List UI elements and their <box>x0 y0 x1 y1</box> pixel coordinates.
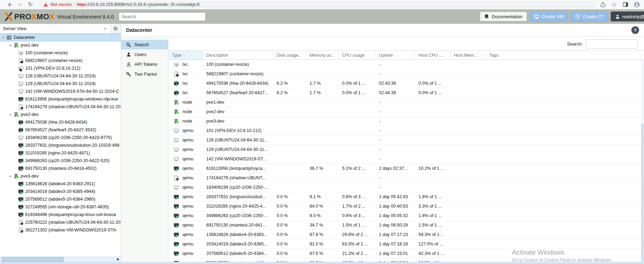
browser-avatar[interactable] <box>634 2 640 8</box>
type-label: qemu <box>182 242 193 246</box>
grid-vertical-scrollbar[interactable] <box>641 60 644 264</box>
scroll-right-arrow[interactable]: ▶ <box>117 257 119 261</box>
table-row[interactable]: qemu207569512 (labdev5-20-6384...0.0 %87… <box>169 249 644 258</box>
table-row[interactable]: qemu616113956 (testquanlytruyca...36.7 %… <box>169 164 644 173</box>
tree-item-382271302[interactable]: 382271302 (shadow-VM-WINDOWS2019-STA- <box>0 226 121 234</box>
tree-item-207569512[interactable]: 207569512 (labdev5-20-6384-2960) <box>0 195 121 203</box>
column-header-type[interactable]: Type↑ <box>169 51 203 60</box>
tree-item-619348496[interactable]: 619348496 (testquanlytruycap-linux-ssh-k… <box>0 211 121 218</box>
documentation-button[interactable]: Documentation <box>480 12 527 21</box>
tree-item-327249555[interactable]: 327249555 (vm-storage-util-20-6387-4635) <box>0 203 121 211</box>
table-row[interactable]: nodepve2-dev- <box>169 107 644 117</box>
table-row[interactable]: qemu174164279 (shadow-UBUNT...- <box>169 173 644 183</box>
cell-memory <box>306 98 339 107</box>
reload-icon[interactable]: ↻ <box>25 2 36 7</box>
tree-item-183406239[interactable]: 183406239 (cp20-1036-2250-20-6423-9775) <box>0 134 121 141</box>
chevron-down-icon[interactable] <box>1 36 6 40</box>
tree-horizontal-scrollbar[interactable]: ▶ <box>0 256 120 262</box>
qemu-template-icon <box>174 175 179 181</box>
table-row[interactable]: lxc494175036 (hha-20-6428-8434)6.2 %1.7 … <box>169 79 644 88</box>
table-row[interactable]: nodepve1-dev- <box>169 98 644 107</box>
table-row[interactable]: qemu128 (UBUNTU24.04-64-30-11...- <box>169 136 644 145</box>
tree-item-label: 128 (UBUNTU24.04-64-30-11-2024) <box>25 74 96 78</box>
tree-item-225760222[interactable]: 225760222 (shadow-UBUNTU24.04-64-30-11-2… <box>0 218 121 226</box>
view-selector[interactable]: Server View <box>0 24 110 33</box>
column-header-memory-us[interactable]: Memory us... <box>306 51 339 60</box>
column-header-cpu-usage[interactable]: CPU usage <box>339 51 376 60</box>
qemu-stopped-icon <box>18 81 24 86</box>
column-header-uptime[interactable]: Uptime <box>376 51 415 60</box>
tree-settings-button[interactable]: ⚙ <box>110 24 121 33</box>
page-horizontal-scrollbar[interactable] <box>0 262 644 264</box>
chevron-down-icon[interactable] <box>8 113 13 117</box>
table-row[interactable]: qemu135618628 (labdev4-20-6383...0.0 %87… <box>169 230 644 239</box>
table-row[interactable]: qemu183406239 (cp20-1036-2250-...- <box>169 183 644 192</box>
help-icon[interactable]: ? <box>631 26 639 34</box>
qemu-running-icon <box>18 151 24 156</box>
table-row[interactable]: qemu691750130 (miantest-20-641...0.0 %34… <box>169 221 644 230</box>
table-row[interactable]: qemu142 (VM-WINDOWS2019-ST...- <box>169 154 644 164</box>
tree-item-129[interactable]: 129 (UBUNTU24.04-64-30-11-2024) <box>0 80 121 88</box>
table-row[interactable]: lxc588219807 (container-resize)- <box>169 69 644 79</box>
tree-item-pve1-dev[interactable]: pve1-dev <box>0 41 121 49</box>
sidebar-item-search[interactable]: Search <box>121 40 168 49</box>
bookmark-star-icon[interactable]: ☆ <box>611 1 617 8</box>
chevron-down-icon[interactable] <box>8 43 13 47</box>
column-header-disk-usage[interactable]: Disk usage... <box>273 51 306 60</box>
table-row[interactable]: lxc100 (container-resize)- <box>169 60 644 69</box>
tree-item-691750130[interactable]: 691750130 (miantest-20-6418-4502) <box>0 165 121 172</box>
user-menu-button[interactable]: readonly@ <box>611 12 644 21</box>
tree-item-616113956[interactable]: 616113956 (testquanlytruycap-windows-rdp… <box>0 95 121 103</box>
tree-item-283377631[interactable]: 283377631 (longvancloudsolution-20-10329… <box>0 141 121 149</box>
tree-item-datacenter[interactable]: Datacenter <box>0 34 121 41</box>
tree-item-567654527[interactable]: 567654527 (fearfearf-20-6427-3532) <box>0 126 121 134</box>
back-icon[interactable] <box>4 2 15 8</box>
column-header-host-mem[interactable]: Host Mem... <box>451 51 486 60</box>
grid-search-input[interactable] <box>586 39 638 49</box>
scrollbar-thumb[interactable] <box>641 124 644 264</box>
tree-item-494175036[interactable]: 494175036 (hha-20-6428-8434) <box>0 118 121 126</box>
forward-icon[interactable] <box>15 2 25 8</box>
table-row[interactable]: qemu349986263 (cp20-1036-2250-...0.0 %9.… <box>169 211 644 221</box>
table-row[interactable]: qemu203414019 (labdev3-20-6385...0.0 %91… <box>169 239 644 249</box>
sidebar-item-users[interactable]: Users <box>121 50 168 59</box>
table-row[interactable]: lxc567654527 (fearfearf-20-6427...6.2 %1… <box>169 88 644 98</box>
address-bar[interactable]: Not secure https://10.8.10.225:8006/#v1:… <box>39 1 595 8</box>
cell-cpu: 0.0% of 1 ... <box>339 79 376 88</box>
tree-item-349986263[interactable]: 349986263 (cp20-1036-2250-20-6422-520) <box>0 157 121 165</box>
sidebar-item-api-tokens[interactable]: API Tokens <box>121 60 168 69</box>
tree-item-pve3-dev[interactable]: pve3-dev <box>0 172 121 180</box>
create-ct-button[interactable]: Create CT <box>570 12 608 21</box>
side-panel-icon[interactable] <box>623 2 628 7</box>
chevron-down-icon[interactable] <box>8 174 13 178</box>
column-header-tags[interactable]: Tags <box>486 51 641 60</box>
tree-item-pve2-dev[interactable]: pve2-dev <box>0 111 121 118</box>
column-header-host-cpu[interactable]: Host CPU ... <box>415 51 451 60</box>
tree-item-101[interactable]: 101 (VPN-DEV-10.8.10.212) <box>0 64 121 72</box>
cell-disk: 0.0 % <box>273 192 306 201</box>
cell-type: qemu <box>169 239 203 249</box>
table-row[interactable]: qemu101 (VPN-DEV-10.8.10.212)- <box>169 126 644 136</box>
column-header-description[interactable]: Description <box>203 51 273 60</box>
user-icon <box>615 14 620 19</box>
tree-item-588219807[interactable]: 588219807 (container-resize) <box>0 57 121 64</box>
tree-item-142[interactable]: 142 (VM-WINDOWS2019-STA-64-50-11-2024-C <box>0 88 121 95</box>
table-row[interactable]: qemu283377631 (longvancloudsol...0.0 %9.… <box>169 192 644 202</box>
cell-host_cpu <box>415 145 451 154</box>
cell-uptime: 1 day 06:50:29 <box>376 221 415 230</box>
type-label: lxc <box>182 71 188 76</box>
tree-item-128[interactable]: 128 (UBUNTU24.04-64-30-11-2024) <box>0 72 121 80</box>
create-vm-button[interactable]: Create VM <box>529 12 568 21</box>
tree-item-311019285[interactable]: 311019285 (nginx-20-6425-4871) <box>0 149 121 157</box>
sidebar-item-two-factor[interactable]: Two Factor <box>121 69 168 79</box>
tree-item-100[interactable]: 100 (container-resize) <box>0 49 121 57</box>
scrollbar-thumb[interactable] <box>1 257 64 262</box>
global-search-input[interactable] <box>119 12 206 21</box>
table-row[interactable]: qemu129 (UBUNTU24.04-64-30-11...- <box>169 145 644 154</box>
table-row[interactable]: nodepve3-dev- <box>169 117 644 126</box>
tree-item-135618628[interactable]: 135618628 (labdev4-20-6383-2911) <box>0 180 121 188</box>
share-icon[interactable] <box>600 2 606 7</box>
tree-item-174164279[interactable]: 174164279 (shadow-UBUNTU24.04-64-30-11-2… <box>0 103 121 111</box>
table-row[interactable]: qemu311019285 (nginx-20-6425-4...0.0 %84… <box>169 202 644 211</box>
tree-item-203414019[interactable]: 203414019 (labdev3-20-6385-4944) <box>0 188 121 195</box>
